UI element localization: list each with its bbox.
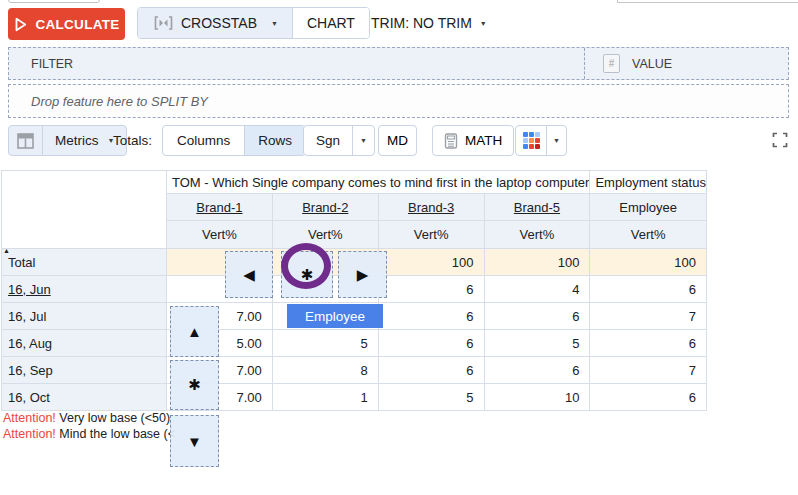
sgn-dropdown[interactable]: ▼ bbox=[352, 126, 374, 155]
cell: 6 bbox=[590, 384, 707, 411]
totals-rows-toggle[interactable]: Rows bbox=[244, 126, 305, 155]
sort-indicator-icon: ▲ bbox=[3, 247, 10, 254]
calculate-button[interactable]: CALCULATE bbox=[8, 8, 125, 40]
arrow-left-icon: ◀ bbox=[243, 266, 255, 284]
cell: 6 bbox=[378, 330, 484, 357]
chart-label: CHART bbox=[307, 15, 355, 31]
play-icon bbox=[13, 17, 28, 32]
palette-dropdown[interactable]: ▼ bbox=[546, 126, 566, 155]
row-header-sep[interactable]: 16, Sep bbox=[2, 357, 167, 384]
cell: 8 bbox=[272, 357, 378, 384]
column-header-employee: Employee bbox=[619, 200, 677, 215]
md-button[interactable]: MD bbox=[378, 125, 417, 156]
drop-insert-below-button[interactable]: ▼ bbox=[170, 415, 219, 467]
table-row-oct: 16, Oct 7.00 1 5 10 6 bbox=[2, 384, 707, 411]
drop-replace-row-button[interactable]: ✱ bbox=[170, 360, 219, 410]
cell: 6 bbox=[378, 357, 484, 384]
numeric-hash-icon: # bbox=[603, 54, 620, 73]
chevron-down-icon: ▼ bbox=[360, 137, 367, 144]
attention-prefix: Attention! bbox=[3, 411, 56, 425]
cell: 4 bbox=[484, 276, 590, 303]
color-palette-icon bbox=[523, 132, 540, 149]
chevron-down-icon: ▼ bbox=[553, 137, 560, 144]
cell: 7 bbox=[590, 357, 707, 384]
dragged-feature-label: Employee bbox=[305, 309, 365, 324]
table-row-aug: 16, Aug 5.00 5 6 5 6 bbox=[2, 330, 707, 357]
trim-dropdown[interactable]: TRIM: NO TRIM ▼ bbox=[363, 7, 495, 39]
metric-cell: Vert% bbox=[167, 221, 273, 249]
arrow-right-icon: ▶ bbox=[357, 266, 369, 284]
row-header-oct[interactable]: 16, Oct bbox=[2, 384, 167, 411]
filter-label: FILTER bbox=[9, 57, 73, 71]
rows-label: Rows bbox=[258, 133, 292, 148]
column-header-brand-1[interactable]: Brand-1 bbox=[196, 200, 242, 215]
column-header-brand-2[interactable]: Brand-2 bbox=[302, 200, 348, 215]
chart-button[interactable]: CHART bbox=[292, 8, 369, 38]
crosstab-button[interactable]: CROSSTAB ▼ bbox=[138, 8, 292, 38]
cell: 100 bbox=[484, 249, 590, 276]
row-header-total[interactable]: Total bbox=[2, 249, 167, 276]
column-group-header-employment: Employment status bbox=[590, 171, 707, 194]
split-by-placeholder: Drop feature here to SPLIT BY bbox=[9, 94, 208, 109]
md-label: MD bbox=[387, 133, 408, 148]
attention-text: Very low base (<50) bbox=[56, 411, 170, 425]
cell: 7 bbox=[590, 303, 707, 330]
metric-cell: Vert% bbox=[378, 221, 484, 249]
columns-label: Columns bbox=[177, 133, 230, 148]
color-palette-button[interactable] bbox=[516, 126, 546, 155]
attention-prefix: Attention! bbox=[3, 427, 56, 441]
asterisk-icon: ✱ bbox=[188, 376, 201, 394]
cell: 6 bbox=[378, 303, 484, 330]
sgn-button[interactable]: Sgn bbox=[304, 126, 352, 155]
metrics-label: Metrics bbox=[55, 133, 99, 148]
cell: 100 bbox=[378, 249, 484, 276]
row-header-jul[interactable]: 16, Jul bbox=[2, 303, 167, 330]
calculate-label: CALCULATE bbox=[35, 17, 119, 32]
value-drop-zone[interactable]: # VALUE bbox=[584, 48, 788, 79]
drop-insert-above-button[interactable]: ▲ bbox=[170, 306, 219, 357]
drop-insert-left-button[interactable]: ◀ bbox=[225, 251, 273, 298]
color-palette-group: ▼ bbox=[515, 125, 567, 156]
totals-toggle-group: Columns Rows bbox=[162, 125, 306, 156]
crosstab-app: CALCULATE CROSSTAB ▼ CHART TRIM: NO TRIM… bbox=[0, 0, 798, 495]
math-button[interactable]: MATH bbox=[432, 125, 514, 156]
cell: 6 bbox=[590, 330, 707, 357]
row-header-aug[interactable]: 16, Aug bbox=[2, 330, 167, 357]
table-layout-icon bbox=[17, 133, 34, 149]
table-row-sep: 16, Sep 7.00 8 6 6 7 bbox=[2, 357, 707, 384]
totals-columns-toggle[interactable]: Columns bbox=[163, 126, 244, 155]
column-group-header-tom: TOM - Which Single company comes to mind… bbox=[167, 171, 590, 194]
attention-text: Mind the low base (< bbox=[56, 427, 175, 441]
filter-drop-zone[interactable]: FILTER # VALUE bbox=[8, 47, 789, 80]
trim-label: TRIM: NO TRIM bbox=[371, 15, 472, 31]
metrics-group: Metrics ▼ bbox=[8, 125, 127, 156]
dragged-feature-chip[interactable]: Employee bbox=[287, 304, 383, 328]
cell: 10 bbox=[484, 384, 590, 411]
attention-note-2: Attention! Mind the low base (< bbox=[3, 427, 175, 441]
column-header-brand-5[interactable]: Brand-5 bbox=[514, 200, 560, 215]
metric-cell: Vert% bbox=[590, 221, 707, 249]
drop-insert-right-button[interactable]: ▶ bbox=[338, 251, 387, 298]
column-header-brand-3[interactable]: Brand-3 bbox=[408, 200, 454, 215]
crosstab-icon bbox=[154, 16, 173, 30]
crosstab-label: CROSSTAB bbox=[181, 15, 257, 31]
chevron-down-icon: ▼ bbox=[480, 20, 487, 27]
drop-replace-column-button[interactable]: ✱ bbox=[281, 251, 333, 298]
split-by-drop-zone[interactable]: Drop feature here to SPLIT BY bbox=[8, 84, 789, 118]
table-corner-cell bbox=[2, 171, 167, 249]
sgn-group: Sgn ▼ bbox=[303, 125, 375, 156]
clipped-tab-remnant bbox=[8, 0, 100, 3]
cell: 100 bbox=[590, 249, 707, 276]
table-layout-button[interactable] bbox=[9, 126, 43, 155]
cell: 1 bbox=[272, 384, 378, 411]
view-toggle-group: CROSSTAB ▼ CHART bbox=[137, 7, 370, 39]
calculator-icon bbox=[444, 133, 458, 149]
fullscreen-button[interactable] bbox=[771, 132, 789, 150]
cell: 6 bbox=[590, 276, 707, 303]
row-header-jun[interactable]: 16, Jun bbox=[8, 282, 51, 297]
math-label: MATH bbox=[465, 133, 502, 148]
totals-label: Totals: bbox=[113, 125, 152, 156]
cell: 5 bbox=[272, 330, 378, 357]
chevron-down-icon: ▼ bbox=[271, 20, 278, 27]
cell: 5 bbox=[378, 384, 484, 411]
